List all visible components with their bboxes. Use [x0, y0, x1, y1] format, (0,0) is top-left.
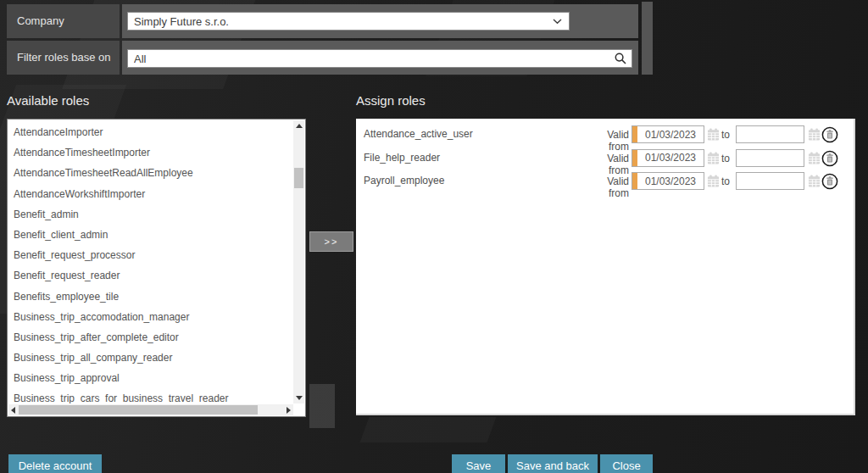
assigned-role-name: File_help_reader [364, 152, 440, 164]
list-item[interactable]: Business_trip_accomodation_manager [8, 307, 291, 327]
vertical-scrollbar-thumb[interactable] [294, 168, 303, 188]
assign-role-row: Attendance_active_user Valid from to [356, 125, 854, 147]
valid-from-field [632, 172, 704, 190]
background-shape [309, 384, 335, 428]
valid-to-input[interactable] [736, 125, 804, 143]
assign-role-row: File_help_reader Valid from to [356, 148, 854, 171]
list-item[interactable]: AttendanceTimesheetImporter [8, 142, 291, 163]
filter-roles-label: Filter roles base on [7, 41, 120, 75]
calendar-icon[interactable] [707, 175, 720, 187]
role-filter-input[interactable] [128, 51, 614, 66]
list-item[interactable]: AttendanceWorkshiftImporter [8, 184, 291, 204]
scroll-up-icon[interactable] [296, 124, 303, 128]
calendar-icon[interactable] [808, 152, 821, 164]
vertical-scrollbar[interactable] [293, 120, 304, 403]
valid-to-input[interactable] [736, 149, 804, 167]
company-select-value: Simply Future s.r.o. [128, 15, 553, 28]
delete-account-button[interactable]: Delete account [8, 454, 102, 473]
available-roles-title: Available roles [7, 93, 89, 108]
trash-icon [821, 150, 838, 167]
assigned-role-name: Payroll_employee [364, 175, 444, 186]
calendar-icon[interactable] [808, 175, 821, 187]
close-button[interactable]: Close [600, 454, 653, 473]
company-label: Company [7, 4, 120, 38]
horizontal-scrollbar[interactable] [8, 404, 293, 415]
calendar-icon[interactable] [707, 128, 720, 141]
horizontal-scrollbar-thumb[interactable] [19, 405, 258, 415]
list-item[interactable]: AttendanceTimesheetReadAllEmployee [8, 163, 291, 183]
calendar-icon[interactable] [808, 128, 821, 141]
to-label: to [721, 129, 730, 141]
list-item[interactable]: Benefits_employee_tile [8, 287, 291, 307]
scroll-down-icon[interactable] [296, 396, 303, 400]
chevron-down-icon [553, 19, 569, 25]
save-button[interactable]: Save [452, 454, 505, 473]
panel-side-strip [642, 2, 653, 75]
delete-role-button[interactable] [821, 150, 838, 167]
valid-to-input[interactable] [736, 172, 804, 190]
filter-field-cell [122, 41, 638, 75]
to-label: to [721, 153, 730, 164]
valid-from-input[interactable] [637, 126, 704, 142]
available-roles-list[interactable]: AttendanceImporter AttendanceTimesheetIm… [7, 119, 306, 417]
background-shape [360, 417, 497, 442]
save-and-back-button[interactable]: Save and back [508, 454, 598, 473]
valid-from-input[interactable] [637, 150, 704, 166]
list-item[interactable]: Business_trip_approval [8, 368, 291, 388]
assign-roles-title: Assign roles [356, 93, 426, 108]
valid-from-input[interactable] [637, 173, 704, 189]
assigned-role-name: Attendance_active_user [364, 128, 473, 140]
trash-icon [821, 126, 838, 143]
assign-roles-panel: Attendance_active_user Valid from to Fil… [356, 119, 855, 415]
company-select[interactable]: Simply Future s.r.o. [127, 12, 570, 31]
move-roles-button[interactable]: >> [309, 231, 353, 252]
delete-role-button[interactable] [821, 126, 838, 143]
list-item[interactable]: Business_trip_all_company_reader [8, 348, 291, 368]
list-item[interactable]: Benefit_request_processor [8, 245, 291, 265]
role-filter-searchbox [127, 49, 632, 68]
list-item[interactable]: Business_trip_cars_for_business_travel_r… [8, 388, 291, 403]
delete-role-button[interactable] [821, 173, 838, 190]
valid-from-label: Valid from [585, 175, 629, 199]
assign-role-row: Payroll_employee Valid from to [356, 171, 854, 194]
trash-icon [821, 173, 838, 190]
account-roles-screen: Company Simply Future s.r.o. Filter role… [0, 0, 868, 473]
valid-from-field [632, 125, 704, 143]
list-item[interactable]: AttendanceImporter [8, 122, 291, 142]
available-roles-items: AttendanceImporter AttendanceTimesheetIm… [8, 122, 291, 403]
list-item[interactable]: Benefit_request_reader [8, 265, 291, 286]
calendar-icon[interactable] [707, 152, 720, 164]
scroll-right-icon[interactable] [287, 407, 291, 414]
list-item[interactable]: Benefit_admin [8, 204, 291, 225]
scroll-left-icon[interactable] [11, 407, 15, 414]
list-item[interactable]: Benefit_client_admin [8, 225, 291, 245]
to-label: to [721, 175, 730, 187]
company-field-cell: Simply Future s.r.o. [122, 4, 638, 38]
search-icon[interactable] [614, 52, 632, 65]
list-item[interactable]: Business_trip_after_complete_editor [8, 327, 291, 348]
valid-from-field [632, 149, 704, 167]
